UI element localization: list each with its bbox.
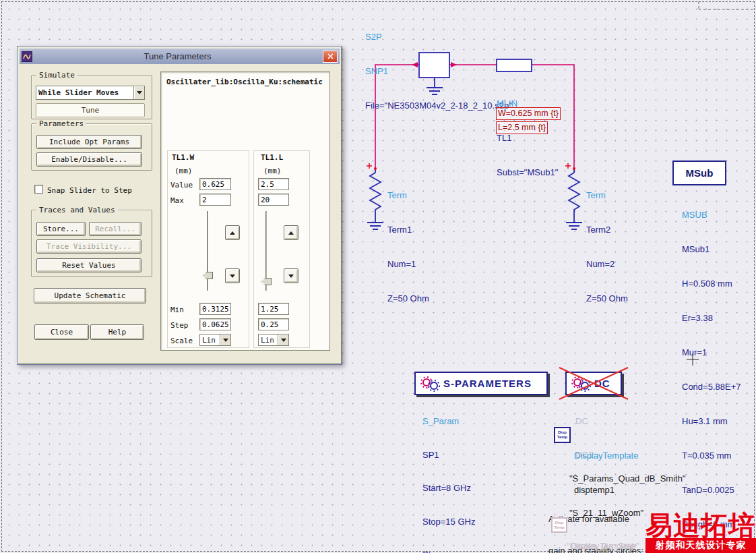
s2p-name-label: SNP1 bbox=[365, 65, 512, 77]
term1-symbol[interactable] bbox=[367, 163, 383, 229]
disptemp-icon-text: Disp bbox=[555, 521, 563, 525]
term1-plus-icon bbox=[367, 163, 372, 169]
mlin-width-tuned-param[interactable]: W=0.625 mm {t} bbox=[496, 107, 561, 120]
disptemp1-symbol[interactable]: Disp Temp bbox=[554, 427, 571, 443]
sparam-type-label: S_Param bbox=[422, 416, 475, 428]
trace-visibility-button[interactable]: Trace Visibility... bbox=[36, 239, 141, 254]
msub-param: TanD=0.0025 bbox=[682, 484, 741, 496]
term2-name-label: Term2 bbox=[586, 224, 628, 235]
term2-z-label: Z=50 Ohm bbox=[586, 293, 628, 304]
dc-deactivated-x-icon bbox=[557, 364, 631, 403]
disptemp1-template: "S_Params_Quad_dB_Smith" bbox=[569, 473, 686, 484]
tuner1-step-down-button[interactable] bbox=[225, 268, 240, 283]
tuner1-scale-dropdown[interactable]: Lin bbox=[199, 334, 231, 346]
tuner2-name: TL1.L bbox=[261, 153, 283, 162]
mlin-labels: MLIN TL1 Subst="MSub1" bbox=[497, 75, 558, 201]
tuner1-value-input[interactable] bbox=[199, 178, 231, 190]
term2-type-label: Term bbox=[586, 190, 628, 201]
step-row-label: Step bbox=[170, 321, 189, 330]
tuner1-min-input[interactable] bbox=[199, 303, 231, 315]
tune-dialog-icon bbox=[22, 51, 32, 62]
help-button[interactable]: Help bbox=[90, 324, 144, 340]
msub-param: Er=3.38 bbox=[682, 312, 741, 324]
simulate-group-label: Simulate bbox=[36, 71, 77, 80]
term1-num-label: Num=1 bbox=[387, 258, 429, 270]
term2-pin-dot bbox=[573, 167, 575, 170]
traces-group-label: Traces and Values bbox=[36, 206, 118, 214]
recall-button[interactable]: Recall... bbox=[89, 222, 141, 236]
tuner2-scale-value: Lin bbox=[259, 336, 278, 345]
msub-param: Mur=1 bbox=[682, 347, 741, 358]
term1-z-label: Z=50 Ohm bbox=[387, 293, 429, 304]
enable-disable-button[interactable]: Enable/Disable... bbox=[36, 152, 142, 167]
term2-num-label: Num=2 bbox=[586, 258, 628, 270]
snap-slider-checkbox[interactable] bbox=[34, 185, 43, 194]
disptemp-icon-text: Temp bbox=[557, 435, 568, 440]
close-button[interactable]: Close bbox=[34, 324, 89, 340]
term1-pin-dot bbox=[374, 167, 377, 170]
term1-type-label: Term bbox=[387, 190, 429, 201]
disptemp2-template: "Circles_Ga_Stab" bbox=[567, 540, 639, 552]
msub-param: Hu=3.1 mm bbox=[682, 415, 741, 427]
watermark-subtitle: 射频和天线设计专家 bbox=[645, 538, 756, 553]
update-schematic-button[interactable]: Update Schematic bbox=[34, 288, 146, 303]
term2-plus-icon bbox=[565, 163, 571, 169]
tuner1-step-input[interactable] bbox=[199, 318, 231, 330]
term1-name-label: Term1 bbox=[387, 224, 429, 235]
s2p-type-label: S2P bbox=[365, 31, 512, 42]
sparam-param: Stop=15 GHz bbox=[422, 517, 475, 528]
disptemp-icon-text: Disp bbox=[558, 430, 567, 435]
dialog-title: Tune Parameters bbox=[35, 51, 320, 61]
msub-labels: MSUB MSub1 H=0.508 mm Er=3.38 Mur=1 Cond… bbox=[682, 186, 741, 553]
reset-values-button[interactable]: Reset Values bbox=[36, 258, 141, 272]
tuner2-scale-dropdown[interactable]: Lin bbox=[258, 334, 289, 346]
dialog-titlebar[interactable]: Tune Parameters bbox=[20, 49, 340, 64]
sparameters-title: S-PARAMETERS bbox=[443, 378, 532, 389]
tune-parameters-dialog: Tune Parameters Simulate While Slider Mo… bbox=[17, 46, 342, 365]
snap-slider-label: Snap Slider to Step bbox=[47, 186, 132, 195]
close-icon[interactable] bbox=[323, 51, 338, 63]
tune-context-path: Oscillater_lib:Oscilla_Ku:schematic bbox=[166, 78, 323, 86]
tuner1-name: TL1.W bbox=[172, 153, 194, 162]
term2-labels: Term Term2 Num=2 Z=50 Ohm bbox=[586, 167, 628, 327]
tuner2-max-input[interactable] bbox=[258, 194, 289, 206]
sparam-name-label: SP1 bbox=[422, 450, 475, 461]
disptemp2-symbol[interactable]: Disp Temp bbox=[551, 517, 567, 533]
schematic-canvas[interactable]: S2P SNP1 File="NE3503M04v2_2-18_2_10.s2p… bbox=[0, 0, 756, 553]
tune-button[interactable]: Tune bbox=[36, 103, 145, 117]
msub-type-label: MSUB bbox=[682, 209, 741, 221]
mlin-length-tuned-param[interactable]: L=2.5 mm {t} bbox=[496, 121, 548, 134]
chevron-down-icon[interactable] bbox=[220, 334, 230, 345]
parameters-group-label: Parameters bbox=[36, 119, 86, 128]
include-opt-params-button[interactable]: Include Opt Params bbox=[36, 135, 142, 149]
simulate-mode-dropdown[interactable]: While Slider Moves bbox=[36, 86, 145, 100]
sparam-param: Step= bbox=[422, 550, 475, 553]
dc-type-label: DC bbox=[575, 416, 593, 428]
sparameters-controller[interactable]: S-PARAMETERS bbox=[414, 372, 548, 395]
value-row-label: Value bbox=[170, 181, 193, 190]
min-row-label: Min bbox=[170, 305, 184, 314]
chevron-down-icon[interactable] bbox=[278, 334, 288, 345]
tuner2-unit: (mm) bbox=[263, 167, 282, 175]
sparam-labels: S_Param SP1 Start=8 GHz Stop=15 GHz Step… bbox=[422, 394, 475, 553]
tuner1-max-input[interactable] bbox=[199, 194, 231, 206]
tuner2-step-input[interactable] bbox=[258, 318, 289, 330]
tuner1-scale-value: Lin bbox=[200, 336, 220, 345]
sparam-param: Start=8 GHz bbox=[422, 483, 475, 494]
term2-symbol[interactable] bbox=[565, 163, 582, 229]
tuner2-value-input[interactable] bbox=[258, 178, 289, 190]
tuner2-min-input[interactable] bbox=[258, 303, 289, 315]
msub-name-label: MSub1 bbox=[682, 243, 741, 255]
tuner2-step-down-button[interactable] bbox=[284, 268, 298, 283]
msub-param: H=0.508 mm bbox=[682, 278, 741, 289]
msub-symbol[interactable]: MSub bbox=[672, 161, 726, 185]
tuner1-step-up-button[interactable] bbox=[225, 225, 240, 240]
term1-labels: Term Term1 Num=1 Z=50 Ohm bbox=[387, 167, 429, 327]
gears-icon bbox=[420, 374, 440, 393]
store-button[interactable]: Store... bbox=[36, 222, 86, 236]
simulate-mode-value: While Slider Moves bbox=[36, 88, 133, 97]
chevron-down-icon[interactable] bbox=[133, 86, 144, 99]
msub-param: Cond=5.88E+7 bbox=[682, 381, 741, 392]
mlin-subst-label: Subst="MSub1" bbox=[497, 167, 558, 178]
tuner2-step-up-button[interactable] bbox=[284, 225, 298, 240]
